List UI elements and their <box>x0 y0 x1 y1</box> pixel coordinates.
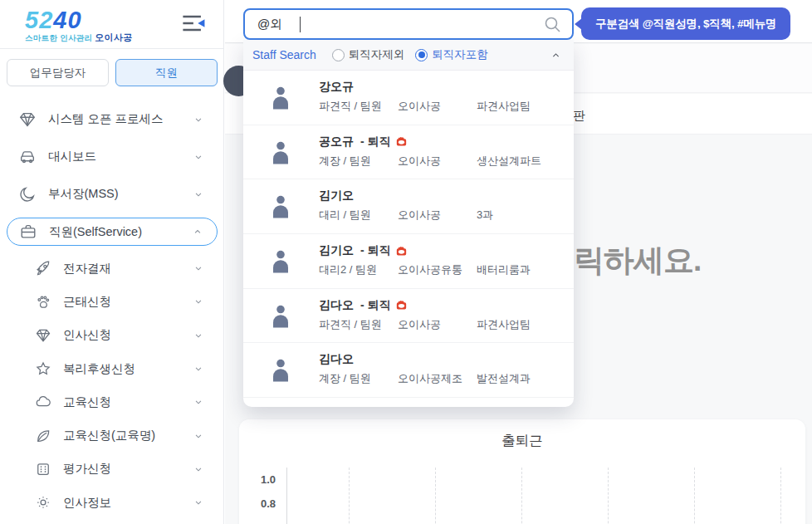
chevron-up-icon[interactable] <box>550 49 562 61</box>
logo-subtitle-left: 스마트한 인사관리 <box>25 33 92 42</box>
leaf-icon <box>35 428 51 444</box>
toggle-employee-button[interactable]: 직원 <box>115 59 218 86</box>
staff-company: 오이사공 <box>398 317 441 332</box>
sidebar-item-10[interactable]: 평가신청 <box>0 453 224 486</box>
person-avatar-icon <box>269 137 292 168</box>
rocket-icon <box>35 260 51 277</box>
radio-include-retired[interactable]: 퇴직자포함 <box>415 47 488 62</box>
person-avatar-icon <box>269 246 292 277</box>
sidebar-item-label: 전자결재 <box>63 261 193 277</box>
chart-y-axis <box>286 468 287 524</box>
staff-row[interactable]: 강오규 파견직 / 팀원 오이사공 파견사업팀 <box>243 71 574 125</box>
sidebar-item-3[interactable]: 직원(SelfService) <box>7 218 218 246</box>
sidebar-item-label: 인사신청 <box>63 327 193 343</box>
sidebar-item-label: 복리후생신청 <box>63 361 193 377</box>
retired-label: - 퇴직 <box>360 243 391 258</box>
staff-position: 계장 / 팀원 <box>319 154 371 169</box>
logo-40: 40 <box>53 7 81 33</box>
person-avatar-icon <box>269 191 292 222</box>
staff-row[interactable]: 김기오 - 퇴직 대리2 / 팀원 오이사공유통 배터리룸과 <box>243 234 574 289</box>
name-badge-icon <box>394 244 408 258</box>
retired-label: - 퇴직 <box>360 298 391 313</box>
chart-title: 출퇴근 <box>239 432 805 450</box>
commute-chart-card: 출퇴근 1.0 0.8 <box>239 419 805 524</box>
sidebar-header: 5240 스마트한 인사관리 오이사공 <box>0 0 223 49</box>
staff-position: 파견직 / 팀원 <box>319 317 382 332</box>
gridline <box>521 468 522 524</box>
gridline <box>780 468 781 524</box>
sidebar-menu: 시스템 오픈 프로세스 대시보드 부서장(MSS) 직원(SelfService… <box>0 100 224 519</box>
gridline <box>608 468 609 524</box>
staff-row[interactable]: 김다오 계장 / 팀원 오이사공제조 발전설계과 <box>243 343 574 398</box>
sidebar-item-label: 근태신청 <box>63 294 193 310</box>
sidebar-item-9[interactable]: 교육신청(교육명) <box>0 419 224 452</box>
sidebar-item-2[interactable]: 부서장(MSS) <box>0 175 224 213</box>
retired-label: - 퇴직 <box>360 135 391 149</box>
sidebar-item-6[interactable]: 인사신청 <box>0 319 224 352</box>
toggle-manager-button[interactable]: 업무담당자 <box>7 59 109 86</box>
sidebar-item-11[interactable]: 인사정보 <box>0 486 224 519</box>
chevron-down-icon <box>193 296 204 307</box>
staff-row[interactable]: 김다오 - 퇴직 파견직 / 팀원 오이사공 파견사업팀 <box>243 289 574 344</box>
staff-company: 오이사공 <box>398 99 441 114</box>
global-search-box <box>243 8 574 40</box>
staff-row[interactable]: 김기오 대리 / 팀원 오이사공 3과 <box>243 179 574 234</box>
staff-row[interactable]: 김다오 <box>243 398 574 407</box>
sidebar-item-label: 평가신청 <box>63 461 193 477</box>
radio-exclude-retired[interactable]: 퇴직자제외 <box>332 47 405 62</box>
person-avatar-icon <box>269 301 292 331</box>
sidebar-item-label: 대시보드 <box>48 149 193 164</box>
staff-department: 배터리룸과 <box>477 262 531 277</box>
staff-department: 발전설계과 <box>477 371 531 386</box>
sidebar-item-0[interactable]: 시스템 오픈 프로세스 <box>0 100 224 138</box>
sidebar-item-7[interactable]: 복리후생신청 <box>0 352 224 385</box>
chevron-down-icon <box>193 114 204 125</box>
board-heading-partial: 판 <box>573 108 585 124</box>
text-caret <box>300 17 301 32</box>
staff-name-line: 공오규 - 퇴직 <box>319 135 408 149</box>
staff-department: 파견사업팀 <box>477 317 531 332</box>
logo-subtitle-right: 오이사공 <box>95 32 132 42</box>
y-tick-1.0: 1.0 <box>242 473 276 486</box>
sidebar-item-label: 부서장(MSS) <box>48 186 193 202</box>
search-input[interactable] <box>245 17 542 32</box>
gem-icon <box>18 110 37 129</box>
sidebar-item-5[interactable]: 근태신청 <box>0 285 224 318</box>
app-window: 5240 스마트한 인사관리 오이사공 업무담당자 직원 시스템 오픈 프로세스… <box>0 0 812 524</box>
gridline <box>694 468 695 524</box>
staff-department: 파견사업팀 <box>477 99 531 114</box>
sidebar-item-1[interactable]: 대시보드 <box>0 138 224 175</box>
search-hint-tooltip: 구분검색 @직원성명, $직책, #메뉴명 <box>581 7 790 40</box>
staff-name-line: 김기오 - 퇴직 <box>319 243 408 258</box>
chevron-down-icon <box>193 151 204 163</box>
staff-name: 김다오 <box>319 298 354 313</box>
logo-subtitle: 스마트한 인사관리 오이사공 <box>25 33 133 42</box>
chevron-down-icon <box>193 396 204 408</box>
name-badge-icon <box>394 135 408 149</box>
chevron-down-icon <box>193 463 204 475</box>
staff-department: 3과 <box>477 208 493 223</box>
app-logo[interactable]: 5240 스마트한 인사관리 오이사공 <box>25 7 133 42</box>
tooltip-text: 구분검색 @직원성명, $직책, #메뉴명 <box>595 17 776 32</box>
sidebar-item-label: 교육신청 <box>63 394 193 410</box>
gem-icon <box>35 327 51 344</box>
person-avatar-icon <box>269 82 292 113</box>
dropdown-header: Staff Search 퇴직자제외 퇴직자포함 <box>243 40 574 71</box>
radio-include-label: 퇴직자포함 <box>432 47 488 62</box>
sidebar-item-8[interactable]: 교육신청 <box>0 385 224 419</box>
staff-company: 오이사공제조 <box>398 371 462 386</box>
sidebar-item-4[interactable]: 전자결재 <box>0 252 224 285</box>
chevron-down-icon <box>193 497 204 508</box>
car-icon <box>18 148 37 166</box>
chevron-down-icon <box>193 189 204 200</box>
sidebar-collapse-icon[interactable] <box>180 12 208 35</box>
cta-text-partial: 릭하세요. <box>574 240 701 282</box>
search-icon[interactable] <box>542 14 562 34</box>
dropdown-title: Staff Search <box>252 48 316 61</box>
chevron-up-icon <box>192 226 203 238</box>
staff-result-list: 강오규 파견직 / 팀원 오이사공 파견사업팀 공오규 - 퇴직 계장 / 팀원… <box>243 71 574 407</box>
sidebar-item-label: 시스템 오픈 프로세스 <box>48 111 193 127</box>
sun-icon <box>35 494 51 511</box>
staff-row[interactable]: 공오규 - 퇴직 계장 / 팀원 오이사공 생산설계파트 <box>243 125 574 180</box>
staff-department: 생산설계파트 <box>477 154 541 169</box>
